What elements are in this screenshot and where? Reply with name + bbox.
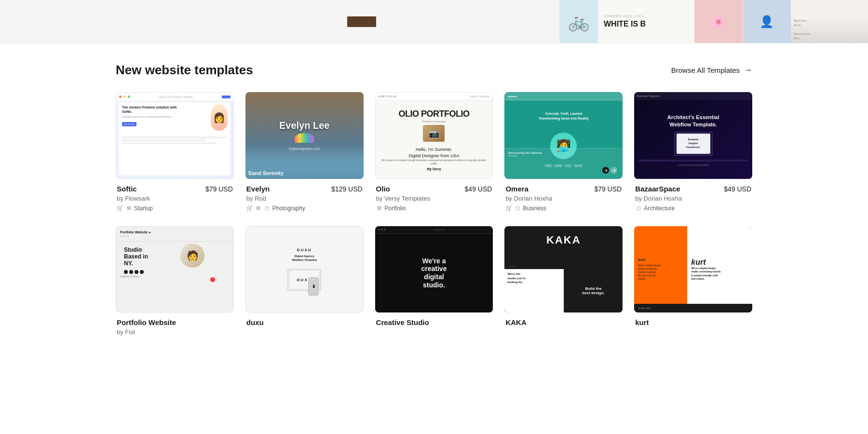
template-price-evelyn: $129 USD: [331, 185, 363, 193]
template-card-kaka[interactable]: KAKA We're thestudio you'relooking for. …: [504, 226, 623, 339]
template-info-duxu: duxu: [245, 318, 364, 326]
omera-tagline: Concept, Craft, LaunchTransforming Ideas…: [539, 111, 589, 121]
duxu-phone: 📱: [308, 277, 319, 296]
evelyn-bottom-text: Sand Serenity: [248, 170, 284, 176]
template-grid-row2: Portfolio Website ●○○○○ StudioBased inNY…: [116, 226, 752, 339]
template-card-bazaarspace[interactable]: BazaarSpace Architect's EssentialWebflow…: [634, 92, 752, 212]
square-icon-bazaarspace: ◻: [635, 205, 642, 212]
template-card-softic[interactable]: SaaS & Tech Website Template The modern …: [116, 92, 234, 212]
template-info-omera: Omera $79 USD by Dorian Hoxha 🛒 ◻ Busine…: [504, 185, 623, 212]
template-price-bazaarspace: $49 USD: [724, 185, 751, 193]
kaka-concept-label: concept: [508, 265, 515, 267]
omera-toggle: ◑ ◑: [602, 167, 617, 174]
portfolio-red-dot: [210, 277, 215, 282]
template-price-softic: $79 USD: [205, 185, 233, 193]
template-card-kurt[interactable]: kurt We're a digital designstudio connec…: [634, 226, 752, 339]
template-thumb-olio: PORTFOLIO Webflow Template OLIO PORTFOLI…: [375, 92, 493, 179]
template-author-portfolio: by Foli: [117, 328, 233, 336]
template-thumb-bazaarspace: BazaarSpace Architect's EssentialWebflow…: [634, 92, 752, 179]
template-card-tribute[interactable]: trifolia.com We're acreativedigitalstudi…: [375, 226, 493, 339]
template-author-omera: by Dorian Hoxha: [505, 195, 622, 202]
hero-thumb-2-label: Summer 2019 Coll...: [604, 14, 689, 18]
section-header: New website templates Browse All Templat…: [116, 43, 752, 92]
template-tags-bazaarspace: ◻ Architecture: [635, 205, 751, 212]
evelyn-name-display: Evelyn Lee: [279, 120, 330, 131]
template-info-tribute: Creative Studio: [375, 318, 493, 326]
olio-template-label: Webflow Template: [470, 95, 490, 98]
square-icon-omera: ◻: [514, 205, 521, 212]
bazaar-cable: [638, 160, 748, 162]
template-name-softic: Softic: [117, 185, 137, 193]
olio-hello: Hello, I'm Summer.Digital Designer from …: [408, 147, 459, 159]
template-name-omera: Omera: [505, 185, 529, 193]
evelyn-email-display: hi@evelynlee.com: [288, 147, 320, 151]
template-card-portfolio[interactable]: Portfolio Website ●○○○○ StudioBased inNY…: [116, 226, 234, 339]
kurt-footer-text: Studio Work: [638, 307, 651, 310]
portfolio-circle-big: 🧑: [180, 244, 204, 268]
kaka-title: KAKA: [508, 234, 619, 246]
template-name-duxu: duxu: [246, 318, 264, 326]
hero-thumb-4: Black FilaBlackName StandBlue: [791, 0, 868, 43]
template-info-bazaarspace: BazaarSpace $49 USD by Dorian Hoxha ◻ Ar…: [634, 185, 752, 212]
omera-brand: omera: [505, 93, 622, 100]
square-icon-evelyn: ◻: [264, 205, 271, 212]
template-author-softic: by Flowsark: [117, 195, 233, 202]
template-thumb-evelyn: Evelyn Lee hi@evelynlee.com Sand Serenit…: [245, 92, 364, 179]
bazaar-tagline: Architect's EssentialWebflow Template.: [667, 114, 719, 128]
section-title: New website templates: [116, 63, 253, 78]
softic-hero-title: The modern Finance solution with Softic.: [122, 105, 180, 114]
portfolio-subtitle: Inspiring creativity: [116, 274, 233, 279]
template-thumb-kaka: KAKA We're thestudio you'relooking for. …: [504, 226, 623, 313]
browse-all-label: Browse All Templates: [671, 66, 740, 74]
bazaar-laptop: DreamsInspireConstruct.: [674, 132, 713, 156]
template-card-olio[interactable]: PORTFOLIO Webflow Template OLIO PORTFOLI…: [375, 92, 493, 212]
template-card-duxu[interactable]: DUXU Digital AgencyWebflow Template DUXU…: [245, 226, 364, 339]
kurt-studio-text: We're a digital designstudio connecting …: [691, 267, 748, 281]
omera-toggle-light[interactable]: ◑: [610, 167, 617, 174]
template-thumb-kurt: kurt We're a digital designstudio connec…: [634, 226, 752, 313]
kurt-tagline: We're a digital designstudio connectingb…: [638, 264, 683, 281]
evelyn-bottom-section: Sand Serenity: [245, 149, 364, 179]
cart-icon-omera: 🛒: [505, 205, 512, 212]
template-author-olio: by Versy Templates: [376, 195, 492, 202]
tribute-title: We're acreativedigitalstudio.: [421, 257, 447, 289]
olio-my-story: My Story: [427, 167, 441, 171]
template-info-evelyn: Evelyn $129 USD by Rod 🛒 ⊞ ◻ Photography: [245, 185, 364, 212]
template-tags-olio: ⊞ Portfolio: [376, 205, 492, 212]
template-card-omera[interactable]: omera Concept, Craft, LaunchTransforming…: [504, 92, 623, 212]
template-grid-row1: SaaS & Tech Website Template The modern …: [116, 92, 752, 212]
tag-portfolio: Portfolio: [385, 205, 406, 212]
template-info-olio: Olio $49 USD by Versy Templates ⊞ Portfo…: [375, 185, 493, 212]
omera-toggle-dark[interactable]: ◑: [602, 167, 609, 174]
hero-button[interactable]: [347, 16, 376, 27]
template-price-olio: $49 USD: [465, 185, 492, 193]
hero-thumb-1: 🚲: [559, 0, 598, 43]
template-name-kaka: KAKA: [505, 318, 526, 326]
template-card-evelyn[interactable]: Evelyn Lee hi@evelynlee.com Sand Serenit…: [245, 92, 364, 212]
template-name-bazaarspace: BazaarSpace: [635, 185, 680, 193]
template-info-softic: Softic $79 USD by Flowsark 🛒 ⊞ Startup: [116, 185, 234, 212]
browse-all-link[interactable]: Browse All Templates →: [671, 65, 752, 75]
kurt-right-panel: kurt We're a digital designstudio connec…: [687, 226, 752, 313]
cart-icon-evelyn: 🛒: [246, 205, 253, 212]
olio-photo: 📷: [423, 125, 445, 142]
softic-header-label: SaaS & Tech Website Template: [132, 95, 220, 98]
grid-icon-evelyn: ⊞: [255, 205, 262, 212]
kurt-studio-title: kurt: [691, 258, 748, 267]
softic-cta: Get Started: [122, 122, 136, 126]
template-price-omera: $79 USD: [594, 185, 622, 193]
hero-thumb-2-title: WHITE IS B: [604, 20, 689, 28]
browse-arrow-icon: →: [744, 65, 752, 75]
hero-thumb-3: 🌸 👤: [694, 0, 791, 43]
template-info-kurt: kurt: [634, 318, 752, 326]
cart-icon: 🛒: [117, 205, 123, 212]
template-author-evelyn: by Rod: [246, 195, 363, 202]
template-tags-evelyn: 🛒 ⊞ ◻ Photography: [246, 205, 363, 212]
template-info-portfolio: Portfolio Website by Foli: [116, 318, 234, 336]
omera-header: omera: [505, 93, 622, 100]
kaka-left-text: We're thestudio you'relooking for.: [507, 272, 560, 284]
template-tags-softic: 🛒 ⊞ Startup: [117, 205, 233, 212]
kurt-left-panel: kurt We're a digital designstudio connec…: [634, 226, 687, 313]
template-info-kaka: KAKA: [504, 318, 623, 326]
tribute-dots: [378, 229, 386, 231]
